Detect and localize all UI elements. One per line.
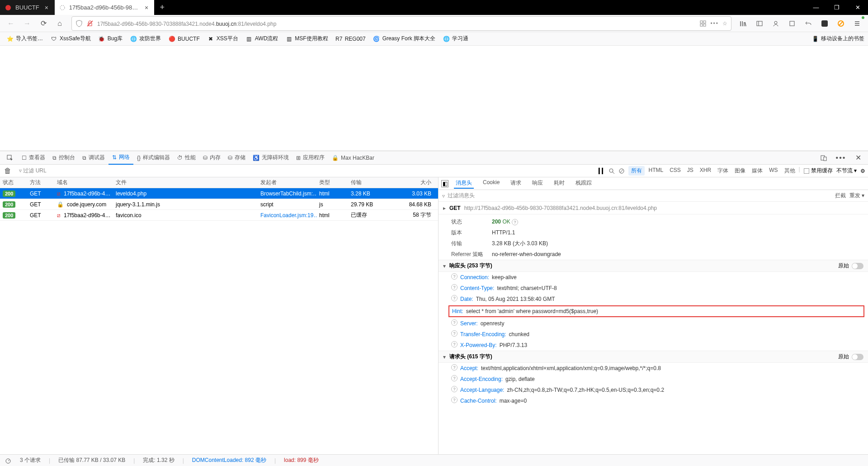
- initiator-link[interactable]: FaviconLoader.jsm:19…: [260, 212, 316, 219]
- disable-cache-checkbox[interactable]: 禁用缓存: [804, 167, 833, 175]
- devtools-tab[interactable]: ⧉控制台: [49, 151, 79, 165]
- menu-icon[interactable]: [850, 16, 864, 31]
- help-icon[interactable]: ?: [451, 386, 458, 392]
- browser-tab-inactive[interactable]: BUUCTF ×: [0, 0, 55, 15]
- raw-toggle[interactable]: [852, 263, 863, 269]
- col-size[interactable]: 大小: [402, 179, 434, 186]
- back-button[interactable]: ←: [4, 16, 18, 31]
- devtools-more-icon[interactable]: •••: [834, 151, 848, 165]
- col-status[interactable]: 状态: [0, 179, 27, 186]
- help-icon[interactable]: ?: [451, 295, 458, 301]
- ext2-icon[interactable]: [834, 16, 848, 31]
- sidebar-icon[interactable]: [752, 16, 767, 31]
- devtools-tab[interactable]: ⊞应用程序: [292, 151, 328, 165]
- resend-button[interactable]: 重发 ▾: [849, 192, 864, 200]
- filter-type[interactable]: 图像: [732, 166, 748, 176]
- help-icon[interactable]: ?: [451, 375, 458, 381]
- bookmark-item[interactable]: 🌀Greasy Fork 脚本大全: [370, 34, 438, 43]
- close-icon[interactable]: ×: [43, 4, 50, 11]
- devtools-tab[interactable]: ♿无障碍环境: [249, 151, 292, 165]
- bookmark-item[interactable]: 🌐攻防世界: [127, 34, 164, 43]
- devtools-tab[interactable]: ⏱性能: [174, 151, 199, 165]
- filter-type[interactable]: 字体: [715, 166, 731, 176]
- toggle-panel-icon[interactable]: ◧: [441, 180, 448, 187]
- perf-icon[interactable]: [5, 457, 12, 464]
- col-transferred[interactable]: 传输: [348, 179, 402, 186]
- library-icon[interactable]: [736, 16, 750, 31]
- help-icon[interactable]: ?: [451, 341, 458, 347]
- help-icon[interactable]: ?: [451, 284, 458, 290]
- reload-button[interactable]: ⟳: [36, 16, 51, 31]
- col-type[interactable]: 类型: [316, 179, 348, 186]
- bookmark-item[interactable]: ▥MSF使用教程: [283, 34, 330, 43]
- mobile-bookmarks[interactable]: 📱 移动设备上的书签: [812, 35, 864, 43]
- pause-icon[interactable]: ▍▍: [599, 168, 605, 174]
- bookmark-item[interactable]: 🔴BUUCTF: [165, 34, 203, 43]
- request-headers-section[interactable]: ▾ 请求头 (615 字节) 原始: [439, 351, 868, 363]
- trash-icon[interactable]: 🗑: [3, 166, 13, 176]
- responsive-icon[interactable]: [816, 151, 831, 165]
- help-icon[interactable]: ?: [451, 273, 458, 280]
- help-icon[interactable]: ?: [512, 219, 518, 225]
- detail-tab[interactable]: 栈跟踪: [574, 178, 594, 189]
- extension-icon[interactable]: [785, 16, 799, 31]
- devtools-close-icon[interactable]: ✕: [851, 151, 865, 165]
- search-icon[interactable]: [609, 168, 615, 174]
- filter-type[interactable]: XHR: [697, 166, 714, 176]
- filter-type[interactable]: WS: [766, 166, 780, 176]
- more-icon[interactable]: •••: [710, 20, 719, 27]
- devtools-tab[interactable]: ⛁存储: [224, 151, 249, 165]
- bookmark-item[interactable]: 🐞Bug库: [95, 34, 125, 43]
- address-box[interactable]: 17f5baa2-d96b-456b-9830-703888fa3421.nod…: [71, 16, 731, 31]
- detail-tab[interactable]: 响应: [530, 178, 545, 189]
- maximize-button[interactable]: ❐: [826, 0, 847, 15]
- close-window-button[interactable]: ✕: [847, 0, 868, 15]
- bookmark-item[interactable]: 🌐学习通: [440, 34, 471, 43]
- network-row[interactable]: 200 GET ⧄17f5baa2-d96b-4… leveldo4.php B…: [0, 188, 438, 199]
- close-icon[interactable]: ×: [143, 4, 149, 11]
- response-headers-section[interactable]: ▾ 响应头 (253 字节) 原始: [439, 260, 868, 272]
- network-row[interactable]: 200 GET 🔒code.jquery.com jquery-3.1.1.mi…: [0, 199, 438, 210]
- filter-type[interactable]: 媒体: [749, 166, 765, 176]
- bookmark-item[interactable]: ✖XSS平台: [204, 34, 241, 43]
- devtools-tab[interactable]: ⧉调试器: [79, 151, 108, 165]
- details-filter-placeholder[interactable]: 过滤消息头: [448, 192, 475, 200]
- devtools-tab[interactable]: ⛁内存: [199, 151, 224, 165]
- devtools-tab[interactable]: 🔒Max HacKBar: [328, 151, 378, 165]
- col-domain[interactable]: 域名: [54, 179, 113, 186]
- bookmark-item[interactable]: ▥AWD流程: [243, 34, 281, 43]
- inspect-icon[interactable]: [3, 151, 17, 165]
- detail-tab[interactable]: 请求: [509, 178, 523, 189]
- reader-icon[interactable]: [699, 20, 707, 27]
- devtools-tab[interactable]: ☐查看器: [18, 151, 49, 165]
- settings-gear-icon[interactable]: ⚙: [860, 168, 865, 174]
- throttle-select[interactable]: 不节流 ▾: [836, 167, 857, 175]
- filter-type[interactable]: HTML: [646, 166, 666, 176]
- filter-type[interactable]: CSS: [667, 166, 684, 176]
- forward-button[interactable]: →: [20, 16, 34, 31]
- block-icon[interactable]: [618, 168, 625, 174]
- ext1-icon[interactable]: [817, 16, 832, 31]
- undo-icon[interactable]: [801, 16, 816, 31]
- bookmark-item[interactable]: R7REG007: [333, 34, 368, 43]
- detail-tab[interactable]: 耗时: [552, 178, 566, 189]
- devtools-tab[interactable]: ⇅网络: [108, 151, 133, 165]
- bookmark-item[interactable]: 🛡XssSafe导航: [47, 34, 94, 43]
- devtools-tab[interactable]: {}样式编辑器: [133, 151, 174, 165]
- home-button[interactable]: ⌂: [52, 16, 67, 31]
- initiator-link[interactable]: BrowserTabChild.jsm:…: [260, 190, 316, 197]
- help-icon[interactable]: ?: [451, 330, 458, 337]
- col-file[interactable]: 文件: [113, 179, 258, 186]
- detail-tab[interactable]: Cookie: [481, 178, 501, 189]
- minimize-button[interactable]: —: [806, 0, 826, 15]
- browser-tab-active[interactable]: 17f5baa2-d96b-456b-9830-7038 ×: [55, 0, 154, 15]
- bookmark-item[interactable]: ⭐导入书签…: [4, 34, 46, 43]
- help-icon[interactable]: ?: [451, 397, 458, 403]
- network-row[interactable]: 200 GET ⧄17f5baa2-d96b-4… favicon.ico Fa…: [0, 210, 438, 221]
- col-initiator[interactable]: 发起者: [258, 179, 316, 186]
- filter-type[interactable]: 所有: [628, 166, 645, 176]
- help-icon[interactable]: ?: [451, 364, 458, 371]
- chevron-right-icon[interactable]: ▸: [443, 205, 446, 211]
- raw-toggle[interactable]: [852, 354, 863, 360]
- account-icon[interactable]: [769, 16, 783, 31]
